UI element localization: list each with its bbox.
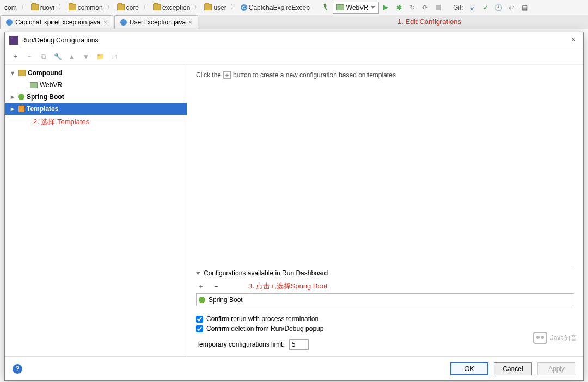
git-label: Git: [451,4,465,11]
confirm-delete-checkbox[interactable]: Confirm deletion from Run/Debug popup [196,324,574,334]
copy-config-button: ⧉ [39,53,48,60]
help-button[interactable]: ? [13,364,22,374]
tree-item-compound[interactable]: ▾ Compound [5,67,187,79]
stop-button[interactable] [432,2,444,14]
tree-item-templates[interactable]: ▸ Templates [5,103,187,115]
java-class-icon [120,19,127,26]
tab-label: CaptchaExpireException.java [15,19,101,26]
compound-icon [18,70,26,76]
dashboard-title: Configurations available in Run Dashboar… [204,269,328,277]
close-tab-icon[interactable]: × [103,19,107,26]
remove-config-button: － [24,52,34,61]
git-revert-button[interactable]: ↩ [506,2,518,14]
folder-icon [69,4,76,10]
checkbox-label: Confirm deletion from Run/Debug popup [206,325,323,332]
coverage-button[interactable]: ↻ [406,2,418,14]
chevron-down-icon [371,6,375,9]
top-toolbar: com〉 ruoyi〉 common〉 core〉 exception〉 use… [0,0,588,15]
class-icon: C [241,4,247,11]
dashboard-list-item[interactable]: Spring Boot [196,293,574,306]
tree-item-spring-boot[interactable]: ▸ Spring Boot [5,91,187,103]
editor-tab[interactable]: UserException.java × [114,15,198,29]
move-down-button: ▼ [81,53,91,60]
expand-icon[interactable]: ▸ [9,105,16,113]
tree-item-webvr[interactable]: WebVR [5,79,187,91]
annotation-3: 3. 点击+,选择Spring Boot [248,281,328,291]
annotation-2: 2. 选择 Templates [33,117,187,127]
dialog-body: ▾ Compound WebVR ▸ Spring Boot ▸ Templat… [5,65,583,356]
expand-icon[interactable]: ▸ [9,93,16,101]
close-tab-icon[interactable]: × [188,19,192,26]
run-config-dropdown[interactable]: WebVR [333,2,379,14]
run-button[interactable] [380,2,392,14]
folder-button: 📁 [95,53,105,60]
breadcrumb-item[interactable]: com [2,4,19,11]
checkbox-input[interactable] [196,325,203,332]
run-config-icon [336,4,344,10]
run-config-label: WebVR [346,4,369,11]
settings-button: 🔧 [53,53,63,60]
limit-input[interactable] [289,339,309,350]
ok-button[interactable]: OK [450,362,488,375]
java-class-icon [6,19,13,26]
run-debug-dialog: Run/Debug Configurations × ＋ － ⧉ 🔧 ▲ ▼ 📁… [4,32,584,381]
sort-button: ↓↑ [109,53,119,60]
limit-label: Temporary configurations limit: [196,341,285,348]
breadcrumb-item[interactable]: ruoyi [29,4,57,11]
chevron-right-icon: 〉 [230,3,237,12]
annotation-1: 1. Edit Configrations [397,17,461,26]
breadcrumb-item[interactable]: common [66,4,105,11]
tree-label: Spring Boot [27,93,64,101]
build-button[interactable] [320,2,332,14]
dashboard-tools: ＋ － 3. 点击+,选择Spring Boot [196,279,574,293]
dialog-toolbar: ＋ － ⧉ 🔧 ▲ ▼ 📁 ↓↑ [5,48,583,65]
chevron-right-icon: 〉 [106,3,114,12]
debug-button[interactable]: ✱ [393,2,405,14]
expand-icon[interactable]: ▾ [9,69,16,77]
breadcrumb-item[interactable]: CCaptchaExpireExcep [238,4,312,11]
overflow-button[interactable]: ▤ [519,2,531,14]
watermark-text: Java知音 [550,334,577,343]
chevron-down-icon [196,272,200,275]
breadcrumb-item[interactable]: exception [151,4,192,11]
dialog-footer: ? OK Cancel Apply [5,356,583,380]
folder-icon [117,4,125,10]
dialog-close-button[interactable]: × [568,35,579,46]
breadcrumb-item[interactable]: user [202,4,228,11]
config-tree: ▾ Compound WebVR ▸ Spring Boot ▸ Templat… [5,65,187,356]
dashboard-remove-button: － [211,282,221,291]
spring-icon [18,94,24,100]
tab-label: UserException.java [130,19,186,26]
git-history-button[interactable]: 🕘 [493,2,505,14]
dialog-icon [9,36,18,45]
editor-tab[interactable]: CaptchaExpireException.java × [0,15,113,29]
folder-icon [153,4,161,10]
dashboard-section-header[interactable]: Configurations available in Run Dashboar… [196,267,574,279]
watermark: Java知音 [533,332,577,344]
folder-icon [204,4,212,10]
profile-button[interactable]: ⟳ [419,2,431,14]
templates-icon [18,106,24,112]
tree-label: Compound [28,69,62,77]
hammer-icon [322,4,329,11]
folder-icon [31,4,39,10]
git-commit-button[interactable]: ✓ [480,2,492,14]
move-up-button: ▲ [67,53,77,60]
temp-limit-row: Temporary configurations limit: [196,339,574,350]
chevron-right-icon: 〉 [20,3,28,12]
git-update-button[interactable]: ↙ [467,2,479,14]
breadcrumb-item[interactable]: core [115,4,141,11]
run-config-icon [30,82,38,88]
dashboard-add-button[interactable]: ＋ [196,282,206,291]
checkbox-input[interactable] [196,316,203,323]
confirm-rerun-checkbox[interactable]: Confirm rerun with process termination [196,314,574,324]
add-config-button[interactable]: ＋ [10,52,20,61]
spring-icon [199,297,205,303]
tree-label: Templates [27,105,58,113]
hint-text: Click the ＋ button to create a new confi… [196,71,574,79]
dialog-title: Run/Debug Configurations [21,36,98,44]
editor-tabs: CaptchaExpireException.java × UserExcept… [0,15,588,29]
cancel-button[interactable]: Cancel [494,362,532,375]
checkbox-label: Confirm rerun with process termination [206,315,318,323]
play-icon [383,5,388,10]
